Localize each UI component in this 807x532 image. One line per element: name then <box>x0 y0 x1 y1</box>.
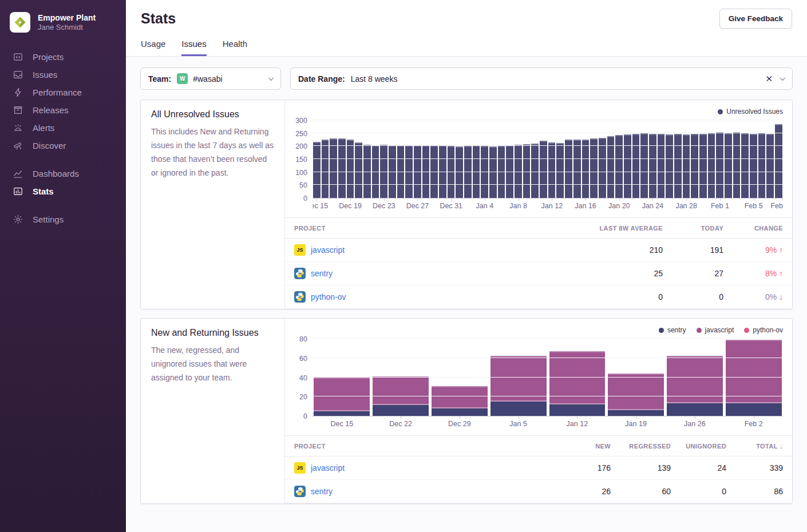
stacked-bar[interactable] <box>314 339 370 416</box>
unresolved-bar[interactable] <box>691 134 698 198</box>
col-last-8w-average[interactable]: LAST 8W AVERAGE <box>577 225 663 232</box>
col-project[interactable]: PROJECT <box>294 443 548 450</box>
x-tick-label: Jan 24 <box>642 202 664 210</box>
stacked-bar[interactable] <box>726 339 782 416</box>
legend-sentry[interactable]: sentry <box>659 326 686 334</box>
unresolved-bar[interactable] <box>531 144 539 198</box>
team-avatar: W <box>177 73 188 84</box>
unresolved-bar[interactable] <box>649 134 656 198</box>
team-select[interactable]: Team: W #wasabi <box>140 68 281 90</box>
col-project[interactable]: PROJECT <box>294 225 577 232</box>
unresolved-bar[interactable] <box>725 133 732 198</box>
col-new[interactable]: NEW <box>548 443 611 450</box>
stacked-bar[interactable] <box>667 339 723 416</box>
x-tick-label: Jan 19 <box>625 420 647 428</box>
unresolved-bar[interactable] <box>556 143 564 198</box>
col-regressed[interactable]: REGRESSED <box>611 443 671 450</box>
unresolved-bar[interactable] <box>481 146 488 198</box>
projects-icon <box>13 51 23 62</box>
clear-icon[interactable]: ✕ <box>765 74 773 84</box>
unresolved-bar[interactable] <box>338 138 346 198</box>
sidebar-item-releases[interactable]: Releases <box>0 101 126 119</box>
unresolved-bar[interactable] <box>573 140 581 198</box>
tab-health[interactable]: Health <box>223 39 247 56</box>
legend-label: javascript <box>705 326 734 334</box>
sidebar-item-dashboards[interactable]: Dashboards <box>0 165 126 182</box>
unresolved-bar[interactable] <box>674 134 682 198</box>
unresolved-bar[interactable] <box>322 140 329 198</box>
date-range-select[interactable]: Date Range: Last 8 weeks ✕ <box>290 68 793 90</box>
sidebar-item-discover[interactable]: Discover <box>0 137 126 154</box>
unresolved-bar[interactable] <box>565 140 572 198</box>
unresolved-bar[interactable] <box>733 132 741 198</box>
unresolved-bar[interactable] <box>624 134 631 198</box>
unresolved-bar[interactable] <box>313 142 321 198</box>
nav-divider <box>0 154 126 165</box>
sidebar: Empower Plant Jane Schmidt Projects Issu… <box>0 0 126 532</box>
unresolved-bar[interactable] <box>658 134 665 198</box>
unresolved-bar[interactable] <box>355 142 362 198</box>
unresolved-bar[interactable] <box>590 138 598 198</box>
unresolved-bar[interactable] <box>699 134 707 198</box>
team-value: #wasabi <box>193 74 222 84</box>
gear-icon <box>13 214 23 225</box>
col-unignored[interactable]: UNIGNORED <box>671 443 726 450</box>
unresolved-bar[interactable] <box>582 140 590 198</box>
stacked-bar[interactable] <box>432 339 488 416</box>
chart-body: 050100150200250300 <box>294 120 783 198</box>
chevron-down-icon[interactable] <box>780 75 786 81</box>
org-logo <box>10 12 30 33</box>
unresolved-bar[interactable] <box>750 134 757 198</box>
unresolved-bar[interactable] <box>666 134 673 198</box>
project-link[interactable]: sentry <box>311 269 333 278</box>
javascript-segment <box>726 340 782 403</box>
col-today[interactable]: TODAY <box>663 225 723 232</box>
sidebar-item-alerts[interactable]: Alerts <box>0 119 126 137</box>
org-switcher[interactable]: Empower Plant Jane Schmidt <box>0 12 126 33</box>
unresolved-bar[interactable] <box>615 135 623 198</box>
unresolved-bar[interactable] <box>540 141 547 198</box>
unresolved-bar[interactable] <box>464 146 472 198</box>
sidebar-item-issues[interactable]: Issues <box>0 66 126 84</box>
legend-javascript[interactable]: javascript <box>697 326 734 334</box>
x-tick-label: Feb <box>770 202 783 210</box>
unresolved-bar[interactable] <box>347 140 354 198</box>
unresolved-bar[interactable] <box>640 133 648 198</box>
col-total[interactable]: TOTAL ↓ <box>726 443 783 450</box>
tab-usage[interactable]: Usage <box>141 39 165 56</box>
col-change[interactable]: CHANGE <box>723 225 783 232</box>
sidebar-item-settings[interactable]: Settings <box>0 211 126 228</box>
stacked-bar[interactable] <box>608 339 664 416</box>
unresolved-bar[interactable] <box>456 146 463 198</box>
legend-python-ov[interactable]: python-ov <box>744 326 783 334</box>
unresolved-bar[interactable] <box>775 124 782 198</box>
line-chart-icon <box>13 168 23 179</box>
avg-value: 0 <box>577 292 663 301</box>
stacked-bar[interactable] <box>549 339 606 416</box>
sidebar-item-stats[interactable]: Stats <box>0 182 126 200</box>
unresolved-bar[interactable] <box>489 146 497 198</box>
unresolved-bar[interactable] <box>766 134 774 198</box>
unresolved-bar[interactable] <box>708 133 715 198</box>
project-link[interactable]: sentry <box>311 487 333 496</box>
x-tick-label: Feb 1 <box>711 202 729 210</box>
unresolved-bar[interactable] <box>330 138 337 198</box>
give-feedback-button[interactable]: Give Feedback <box>719 9 792 29</box>
unresolved-bar[interactable] <box>548 142 556 198</box>
sidebar-item-performance[interactable]: Performance <box>0 84 126 101</box>
unresolved-bar[interactable] <box>716 132 723 198</box>
stacked-bar[interactable] <box>490 339 547 416</box>
chevron-down-icon[interactable] <box>268 75 274 81</box>
stacked-bar[interactable] <box>373 339 429 416</box>
unresolved-bar[interactable] <box>683 134 690 198</box>
unresolved-bar[interactable] <box>741 133 749 198</box>
project-link[interactable]: javascript <box>311 463 345 473</box>
unresolved-bar[interactable] <box>758 133 766 198</box>
sidebar-item-projects[interactable]: Projects <box>0 48 126 66</box>
tab-issues[interactable]: Issues <box>181 39 206 56</box>
unresolved-bar[interactable] <box>599 138 606 198</box>
unresolved-bar[interactable] <box>632 134 640 198</box>
project-link[interactable]: javascript <box>311 245 345 255</box>
project-link[interactable]: python-ov <box>311 292 346 301</box>
legend-unresolved-issues[interactable]: Unresolved Issues <box>718 108 783 116</box>
